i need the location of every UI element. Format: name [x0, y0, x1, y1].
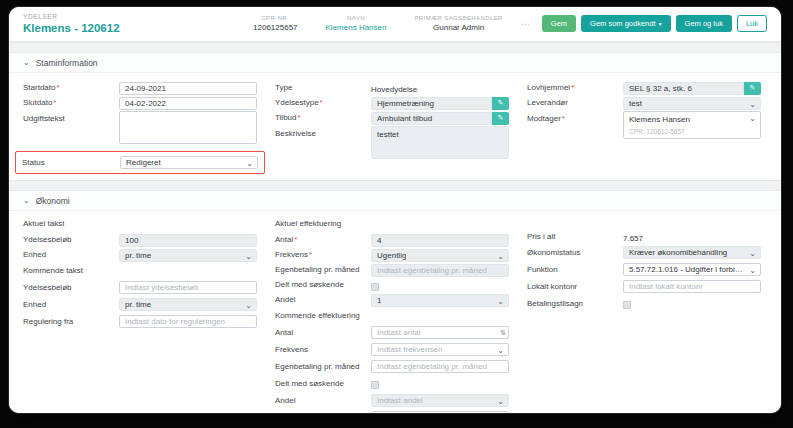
gem-button[interactable]: Gem	[542, 15, 576, 33]
required-marker: *	[562, 114, 565, 123]
betalingstilsagn-checkbox[interactable]	[623, 301, 631, 309]
section-title: Økonomi	[36, 196, 70, 206]
ydelsesbelob-aktuel-input[interactable]	[119, 234, 257, 247]
okonomistatus-select[interactable]: Kræver økonomibehandling ⌄	[623, 246, 761, 259]
egenbetaling-kommende-input[interactable]	[371, 360, 509, 373]
field-udgiftstekst: Udgiftstekst	[23, 111, 257, 144]
leverandor-select[interactable]: test ⌄	[623, 97, 761, 110]
antal-aktuel-input[interactable]	[371, 234, 509, 247]
enhed-kommende-select[interactable]: pr. time ⌄	[119, 298, 257, 311]
egenbetaling-aktuel-input[interactable]	[371, 264, 509, 277]
required-marker: *	[56, 83, 59, 92]
gem-som-godkendt-button[interactable]: Gem som godkendt▾	[581, 15, 670, 33]
antal-label: Antal*	[275, 235, 371, 245]
regulering-fra-takst-input[interactable]	[119, 315, 257, 328]
field-antal-aktuel: Antal*	[275, 233, 509, 247]
field-leverandor: Leverandør test ⌄	[527, 96, 761, 110]
regulering-fra-eff-input[interactable]	[371, 411, 509, 413]
modtager-select[interactable]: Klemens Hansen CPR: 120612-5657 ⌄	[623, 111, 761, 139]
modtager-name: Klemens Hansen	[629, 115, 690, 124]
gem-og-luk-button[interactable]: Gem og luk	[676, 15, 732, 33]
regulering-fra-label: Regulering fra	[275, 413, 371, 414]
stam-column-2: Type Hovedydelse Ydelsestype* ✎ Tilbud*	[275, 81, 509, 176]
navn-info: NAVN Klemens Hansen	[326, 15, 387, 32]
status-select[interactable]: Redigeret ⌄	[120, 156, 258, 169]
action-buttons: Gem Gem som godkendt▾ Gem og luk Luk	[542, 15, 767, 33]
sagsbehandler-label: PRIMÆR SAGSBEHANDLER	[414, 15, 502, 21]
more-options-button[interactable]: ⋯	[519, 19, 532, 29]
chevron-down-icon: ⌄	[749, 247, 756, 260]
ydelsesbelob-kommende-input[interactable]	[119, 281, 257, 294]
lovhjemmel-input[interactable]	[623, 82, 744, 95]
ydelsestype-edit-button[interactable]: ✎	[492, 97, 509, 110]
cpr-info: CPR-NR. 1206125657	[253, 15, 298, 32]
startdato-input[interactable]	[119, 82, 257, 95]
kommende-takst-header: Kommende takst	[23, 266, 257, 275]
frekvens-kommende-select[interactable]: Indtast frekvensen ⌄	[371, 343, 509, 356]
antal-kommende-input[interactable]	[371, 326, 509, 339]
chevron-down-icon: ⌄	[497, 250, 504, 263]
gem-som-godkendt-label: Gem som godkendt	[590, 19, 655, 28]
udgiftstekst-textarea[interactable]	[119, 111, 257, 144]
chevron-down-icon: ⌄	[246, 157, 253, 170]
pencil-icon: ✎	[498, 114, 504, 122]
section-header-staminformation[interactable]: ⌄ Staminformation	[9, 53, 781, 73]
field-ydelsesbelob-aktuel: Ydelsesbeløb	[23, 233, 257, 247]
field-type: Type Hovedydelse	[275, 81, 509, 95]
andel-aktuel-select[interactable]: 1 ⌄	[371, 294, 509, 307]
type-label: Type	[275, 83, 371, 93]
luk-button[interactable]: Luk	[737, 15, 767, 33]
okonomistatus-label: Økonomistatus	[527, 248, 623, 258]
field-modtager: Modtager* Klemens Hansen CPR: 120612-565…	[527, 111, 761, 139]
number-spinner-icon[interactable]: ⇅	[500, 326, 506, 339]
frekvens-aktuel-select[interactable]: Ugentlig ⌄	[371, 249, 509, 262]
pris-i-alt-label: Pris i alt	[527, 232, 623, 242]
delt-med-soskende-aktuel-checkbox[interactable]	[371, 283, 379, 291]
tilbud-input[interactable]	[371, 112, 492, 125]
tilbud-label: Tilbud*	[275, 113, 371, 123]
chevron-down-icon: ⌄	[245, 299, 252, 312]
status-label: Status	[22, 158, 120, 168]
field-beskrivelse: Beskrivelse testtet	[275, 126, 509, 159]
page-title: Klemens - 120612	[23, 22, 120, 34]
field-startdato: Startdato*	[23, 81, 257, 95]
field-enhed-aktuel: Enhed pr. time ⌄	[23, 248, 257, 262]
lokalt-kontonr-input[interactable]	[623, 280, 761, 293]
field-andel-aktuel: Andel 1 ⌄	[275, 293, 509, 307]
beskrivelse-textarea[interactable]: testtet	[371, 126, 509, 159]
lovhjemmel-edit-button[interactable]: ✎	[744, 82, 761, 95]
delt-med-soskende-label: Delt med søskende	[275, 379, 371, 389]
egenbetaling-label: Egenbetaling pr. måned	[275, 265, 371, 275]
funktion-select[interactable]: 5.57.72.1.016 - Udgifter i forbindelse m…	[623, 263, 761, 276]
chevron-down-icon: ⌄	[749, 264, 756, 277]
staminformation-form: Startdato* Slutdato* Udgiftstekst Status…	[9, 73, 781, 180]
pris-i-alt-value: 7.657	[623, 232, 643, 243]
enhed-aktuel-select[interactable]: pr. time ⌄	[119, 249, 257, 262]
ydelsestype-input[interactable]	[371, 97, 492, 110]
section-gap	[9, 42, 781, 53]
andel-label: Andel	[275, 295, 371, 305]
funktion-label: Funktion	[527, 265, 623, 275]
okonomi-form: Aktuel takst Ydelsesbeløb Enhed pr. time…	[9, 211, 781, 413]
tilbud-edit-button[interactable]: ✎	[492, 112, 509, 125]
required-marker: *	[294, 235, 297, 244]
pencil-icon: ✎	[498, 99, 504, 107]
modtager-cpr: CPR: 120612-5657	[629, 128, 690, 135]
field-frekvens-kommende: Frekvens Indtast frekvensen ⌄	[275, 342, 509, 357]
stam-column-1: Startdato* Slutdato* Udgiftstekst Status…	[23, 81, 257, 176]
section-header-okonomi[interactable]: ⌄ Økonomi	[9, 191, 781, 211]
navn-label: NAVN	[326, 15, 387, 21]
field-delt-med-soskende-kommende: Delt med søskende	[275, 376, 509, 391]
field-enhed-kommende: Enhed pr. time ⌄	[23, 297, 257, 312]
field-egenbetaling-kommende: Egenbetaling pr. måned	[275, 359, 509, 374]
delt-med-soskende-kommende-checkbox[interactable]	[371, 381, 379, 389]
navn-value-link[interactable]: Klemens Hansen	[326, 23, 387, 32]
chevron-down-icon: ⌄	[23, 197, 30, 205]
slutdato-input[interactable]	[119, 97, 257, 110]
field-egenbetaling-aktuel: Egenbetaling pr. måned	[275, 263, 509, 277]
slutdato-label: Slutdato*	[23, 98, 119, 108]
section-gap	[9, 180, 781, 191]
app-window: YDELSER Klemens - 120612 CPR-NR. 1206125…	[9, 7, 781, 413]
field-lovhjemmel: Lovhjemmel* ✎	[527, 81, 761, 95]
andel-kommende-select[interactable]: Indtast andel ⌄	[371, 394, 509, 407]
